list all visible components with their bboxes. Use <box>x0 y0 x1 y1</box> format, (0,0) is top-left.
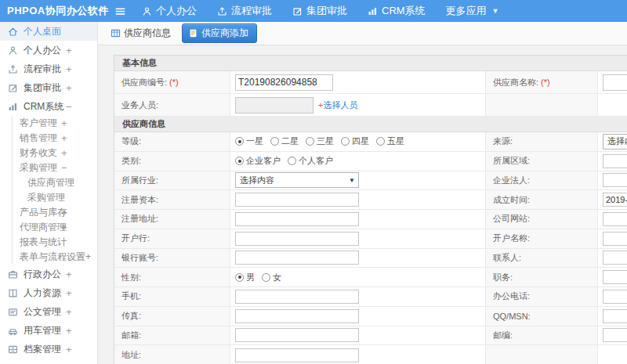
sidebar-item-products-inventory[interactable]: 产品与库存+ <box>12 205 97 220</box>
fax-label: 传真: <box>121 310 141 322</box>
app-logo: PHPOA协同办公软件 <box>0 4 102 18</box>
zip-code-input[interactable] <box>603 328 627 342</box>
menu-toggle-icon[interactable] <box>108 5 132 17</box>
expand-plus-icon[interactable]: + <box>66 287 72 299</box>
level-radio-0[interactable]: 一星 <box>235 135 263 147</box>
sidebar-item-supplier-mgmt[interactable]: 供应商管理 <box>12 175 97 190</box>
tab-strip: 供应商信息供应商添加 <box>98 22 627 45</box>
account-name-input[interactable] <box>603 232 627 246</box>
sidebar-item-personal-desktop[interactable]: 个人桌面 <box>0 22 97 41</box>
sidebar-item-process-approval[interactable]: 流程审批+ <box>0 59 97 78</box>
sidebar-item-group-approval[interactable]: 集团审批+ <box>0 78 97 97</box>
office-phone-input[interactable] <box>603 290 627 304</box>
level-label-cell: 等级: <box>114 132 230 151</box>
radio-icon[interactable] <box>235 157 244 165</box>
radio-icon[interactable] <box>235 273 244 282</box>
registered-address-input[interactable] <box>235 212 359 226</box>
select-caret-icon: ▼ <box>349 177 355 184</box>
sidebar-item-personal-office[interactable]: 个人办公+ <box>0 41 97 59</box>
collapse-minus-icon[interactable]: − <box>66 101 72 113</box>
nav-personal-office[interactable]: 个人办公 <box>132 0 207 22</box>
nav-crm-system-label: CRM系统 <box>382 4 426 18</box>
sidebar-item-procurement[interactable]: 采购管理 <box>12 190 97 205</box>
tab-supplier-add[interactable]: 供应商添加 <box>182 23 257 43</box>
radio-icon[interactable] <box>341 137 350 146</box>
radio-icon[interactable] <box>376 137 385 146</box>
radio-icon[interactable] <box>288 157 296 165</box>
position-field-cell <box>598 268 627 287</box>
registered-capital-input[interactable] <box>235 193 359 207</box>
form-row: 注册地址:公司网站: <box>114 210 627 229</box>
supplier-name-input[interactable] <box>603 74 627 91</box>
nav-more-apps-label: 更多应用 <box>446 4 487 18</box>
qq-msn-input[interactable] <box>603 309 627 323</box>
address-label-cell: 地址: <box>114 345 230 364</box>
sidebar-item-document-mgmt[interactable]: 公文管理+ <box>0 302 97 321</box>
gender-radio-0[interactable]: 男 <box>235 272 255 283</box>
bank-account-input[interactable] <box>235 250 359 265</box>
level-radio-4[interactable]: 五星 <box>376 135 404 147</box>
region-input[interactable] <box>603 154 627 168</box>
radio-icon[interactable] <box>270 137 279 146</box>
founded-date-input[interactable] <box>603 193 627 207</box>
level-radio-3[interactable]: 四星 <box>341 135 369 147</box>
expand-plus-icon[interactable]: + <box>66 325 72 337</box>
radio-icon[interactable] <box>262 273 270 282</box>
company-website-field-cell <box>598 210 627 229</box>
expand-plus-icon[interactable]: + <box>66 268 72 280</box>
nav-group-approval[interactable]: 集团审批 <box>282 0 357 22</box>
expand-plus-icon[interactable]: + <box>66 82 72 94</box>
mobile-input[interactable] <box>235 290 359 304</box>
sidebar-item-form-process-settings[interactable]: 表单与流程设置+ <box>12 250 97 265</box>
level-radio-2[interactable]: 三星 <box>306 135 334 147</box>
bank-input[interactable] <box>235 232 359 246</box>
sidebar-item-hr[interactable]: 人力资源+ <box>0 283 97 302</box>
collapse-minus-icon[interactable]: − <box>61 162 67 174</box>
expand-plus-icon[interactable]: + <box>61 117 67 129</box>
position-input[interactable] <box>603 270 627 284</box>
expand-plus-icon[interactable]: + <box>66 306 72 318</box>
industry-field-cell: 选择内容▼ <box>230 171 486 190</box>
expand-plus-icon[interactable]: + <box>61 222 67 233</box>
sidebar-item-crm-system[interactable]: CRM系统− <box>0 97 97 116</box>
sidebar-item-finance[interactable]: 财务收支+ <box>12 146 97 160</box>
sidebar-item-purchase-mgmt[interactable]: 采购管理− <box>12 160 97 175</box>
category-radio-1[interactable]: 个人客户 <box>288 155 333 167</box>
expand-plus-icon[interactable]: + <box>66 45 72 56</box>
expand-plus-icon[interactable]: + <box>61 132 67 144</box>
business-staff-input[interactable] <box>235 97 314 114</box>
fax-input[interactable] <box>235 309 359 323</box>
supplier-code-input[interactable] <box>235 74 333 91</box>
tab-supplier-info[interactable]: 供应商信息 <box>106 24 176 42</box>
nav-crm-system[interactable]: CRM系统 <box>357 0 436 22</box>
nav-process-approval[interactable]: 流程审批 <box>207 0 282 22</box>
radio-icon[interactable] <box>235 137 244 146</box>
radio-icon[interactable] <box>306 137 314 146</box>
expand-plus-icon[interactable]: + <box>61 207 67 218</box>
sidebar-item-sales-mgmt[interactable]: 销售管理+ <box>12 131 97 146</box>
address-input[interactable] <box>235 348 359 362</box>
sidebar-item-agent-mgmt[interactable]: 代理商管理+ <box>12 220 97 235</box>
tab-supplier-info-label: 供应商信息 <box>124 27 171 40</box>
sidebar-item-archive-mgmt[interactable]: 档案管理+ <box>0 340 97 359</box>
expand-plus-icon[interactable]: + <box>66 344 72 355</box>
expand-plus-icon[interactable]: + <box>66 63 72 75</box>
contact-person-input[interactable] <box>603 250 627 265</box>
expand-plus-icon[interactable]: + <box>61 147 67 159</box>
sidebar-item-customer-mgmt[interactable]: 客户管理+ <box>12 116 97 131</box>
email-input[interactable] <box>235 328 359 342</box>
tab-supplier-add-label: 供应商添加 <box>201 27 248 40</box>
source-select[interactable]: 选择内容▼ <box>603 134 627 150</box>
gender-radio-1[interactable]: 女 <box>262 272 281 283</box>
level-radio-1[interactable]: 二星 <box>270 135 299 147</box>
industry-select[interactable]: 选择内容▼ <box>235 172 359 188</box>
category-radio-0[interactable]: 企业客户 <box>235 155 281 167</box>
nav-more-apps[interactable]: 更多应用▼ <box>436 0 509 22</box>
business-staff-picker-link[interactable]: +选择人员 <box>318 99 357 111</box>
section-title-0: 基本信息 <box>114 56 627 71</box>
sidebar-item-vehicle-mgmt[interactable]: 用车管理+ <box>0 321 97 340</box>
company-website-input[interactable] <box>603 212 627 226</box>
legal-person-input[interactable] <box>603 173 627 187</box>
sidebar-item-admin-office[interactable]: 行政办公+ <box>0 265 97 283</box>
sidebar-item-reports-stats[interactable]: 报表与统计 <box>12 235 97 250</box>
